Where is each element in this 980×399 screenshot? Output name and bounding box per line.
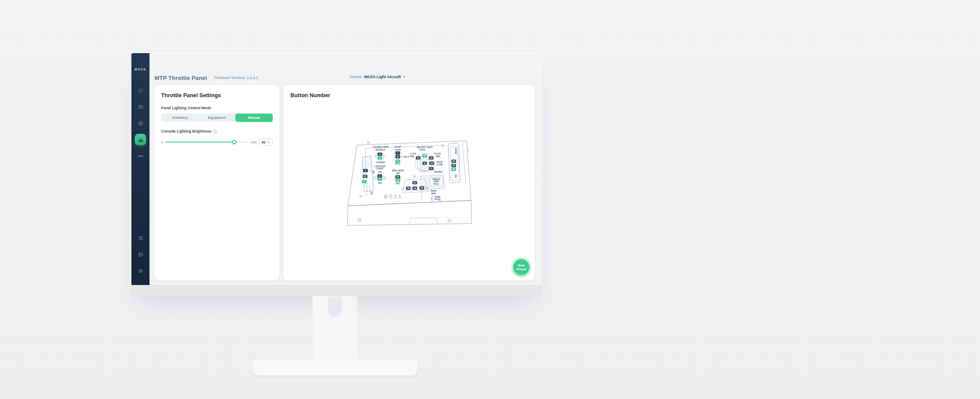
svg-text:8: 8 [397,155,398,158]
sidebar-item-support[interactable] [135,249,146,260]
hook-lever: HOOK DN [448,143,460,183]
svg-text:10: 10 [397,175,399,178]
slider-handle[interactable] [232,140,236,144]
preset-value: MOZA Light Aircraft [364,75,401,79]
svg-text:17: 17 [430,167,433,170]
app-main: MTP Throttle Panel Firmware Version: 1.1… [150,53,540,285]
svg-text:7: 7 [397,152,398,154]
fab-label-line1: New [518,263,525,267]
svg-text:PARK: PARK [431,190,437,192]
svg-text:9: 9 [397,160,398,162]
svg-text:15: 15 [430,157,433,159]
brightness-slider-row: 0 100 83 % [161,139,273,146]
button-number-card: Button Number [283,85,535,280]
svg-text:OFF: OFF [378,182,382,184]
vent-screw-right [448,219,451,222]
support-icon [137,251,144,258]
throttle-settings-card: Throttle Panel Settings Panel Lighting C… [155,85,279,280]
sidebar-item-settings[interactable] [135,265,146,276]
brightness-unit: % [267,140,270,144]
svg-text:RETRACT: RETRACT [375,149,385,151]
svg-text:SAFE: SAFE [420,149,425,151]
new-preset-button[interactable]: New Preset [513,259,529,275]
svg-text:ON: ON [396,172,400,174]
svg-text:LCHR: LCHR [437,164,443,166]
fab-label-line2: Preset [516,267,526,271]
brightness-label: Console Lighting Brightness [161,129,211,133]
mode-manual-button[interactable]: Manual [235,114,273,122]
svg-text:13: 13 [417,157,420,159]
svg-text:PULL: PULL [435,198,440,200]
wheelbase-icon [137,104,144,110]
svg-text:ON: ON [379,171,382,173]
sidebar-item-home[interactable] [135,85,146,96]
svg-text:L FUS: L FUS [410,153,416,155]
vent-screw-left [358,218,361,222]
svg-text:19: 19 [414,187,416,190]
preset-label: Preset: [350,75,363,79]
page-title: MTP Throttle Panel [155,75,207,81]
svg-text:23: 23 [452,168,455,171]
info-icon[interactable] [213,130,217,133]
sidebar-item-tuning[interactable] [135,232,146,244]
svg-text:{: { [431,196,433,201]
mode-telemetry-button[interactable]: Telemetry [161,114,198,122]
brightness-value: 83 [261,140,265,144]
tuning-sliders-icon [137,235,144,241]
settings-gear-icon [137,268,144,274]
svg-text:22: 22 [452,160,455,162]
svg-text:3: 3 [379,153,381,155]
cards-row: Throttle Panel Settings Panel Lighting C… [155,85,535,280]
svg-text:UP: UP [372,171,374,174]
settings-card-title: Throttle Panel Settings [161,92,273,98]
steering-wheel-icon [137,120,144,127]
brightness-slider[interactable] [165,139,248,145]
monitor-stand-neck [312,296,357,360]
sidebar-item-steering-wheel[interactable] [135,117,146,129]
svg-text:2: 2 [364,180,365,183]
desktop-background: MOZA [0,0,980,399]
home-icon [137,87,144,94]
brightness-value-box[interactable]: 83 % [259,139,273,146]
throttle-panel-icon [137,136,144,143]
chevron-down-icon: ▾ [404,75,405,79]
preset-dropdown[interactable]: Preset: MOZA Light Aircraft ▾ [350,75,405,79]
monitor: MOZA [130,52,541,296]
svg-text:14: 14 [423,155,426,157]
firmware-version: Firmware Version: 1.1.0.1 [214,76,258,80]
monitor-stand-base [252,359,418,376]
svg-text:20: 20 [421,187,423,189]
panel-line-drawing: UP DN LAUNCH BAR RETRACT EXTENT [342,137,477,235]
slider-min: 0 [161,140,163,144]
svg-text:16: 16 [430,162,433,165]
svg-text:BRK: BRK [434,180,439,183]
select-jett-group: SELECT JETT SAFE L FUS MSL R FUS [410,146,443,173]
yoke-icon [137,153,144,159]
svg-text:DN: DN [455,175,457,178]
svg-text:DN: DN [370,192,372,195]
sidebar-item-wheelbase[interactable] [135,101,146,112]
sidebar-item-throttle-panel[interactable] [135,134,146,145]
svg-text:EMERG: EMERG [433,178,440,180]
svg-text:1: 1 [365,169,366,172]
svg-text:EXTENT: EXTENT [376,162,385,164]
monitor-chin [130,285,541,296]
mode-equipment-button[interactable]: Equipment [198,114,235,122]
svg-text:LDG/TAXI: LDG/TAXI [375,165,386,168]
sidebar-item-yoke[interactable] [135,150,146,162]
slider-max: 100 [251,140,257,144]
svg-text:AUTO: AUTO [395,149,401,151]
svg-text:MSL: MSL [436,155,440,158]
throttle-panel-diagram: UP DN LAUNCH BAR RETRACT EXTENT [342,137,477,237]
svg-text:SELECT JETT: SELECT JETT [417,146,433,149]
brightness-label-row: Console Lighting Brightness [161,129,273,133]
svg-text:HOOK: HOOK [455,148,457,154]
svg-text:PULL: PULL [434,183,439,185]
svg-text:11: 11 [397,179,399,181]
svg-text:4: 4 [379,157,381,159]
cable-hole [328,297,342,317]
svg-text:LIGHT: LIGHT [376,168,384,170]
svg-text:STORES: STORES [434,171,442,173]
svg-text:12: 12 [423,162,426,165]
svg-text:18: 18 [407,187,410,190]
